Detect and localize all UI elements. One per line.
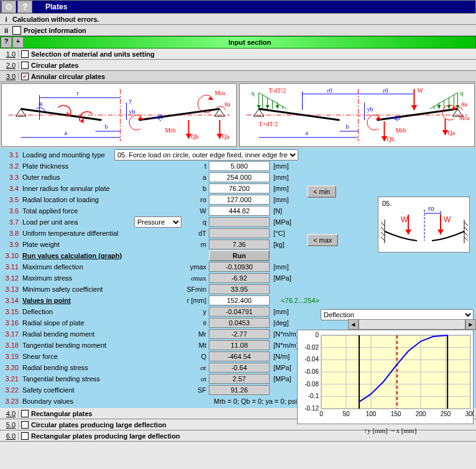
section-circular[interactable]: 2.0 Circular plates	[0, 60, 476, 71]
svg-line-90	[464, 237, 468, 241]
svg-text:θb: θb	[395, 114, 401, 121]
section-circular-checkbox[interactable]	[21, 62, 29, 69]
sfmin-value: 33.95	[209, 284, 270, 294]
svg-marker-18	[208, 96, 214, 100]
svg-text:150: 150	[391, 411, 401, 417]
svg-line-86	[381, 237, 385, 241]
mt-value: 11.08	[209, 340, 270, 350]
svg-text:Qa: Qa	[222, 133, 230, 140]
svg-text:-0.08: -0.08	[304, 381, 319, 388]
svg-text:q: q	[460, 90, 464, 96]
schematic-preview: 05. ro W W	[378, 197, 470, 253]
svg-text:θa: θa	[225, 101, 231, 108]
svg-text:T+dT/2: T+dT/2	[259, 121, 278, 128]
inner-radius-input[interactable]	[209, 183, 270, 193]
section-rect-checkbox[interactable]	[21, 410, 29, 417]
svg-text:-0.04: -0.04	[304, 356, 319, 363]
svg-line-88	[464, 227, 468, 231]
row-min-safety: 3.13 Minimum safety coefficient SFmin 33…	[1, 284, 475, 295]
svg-text:b: b	[346, 123, 349, 130]
status-text: Calculation without errors.	[12, 16, 99, 23]
svg-text:yb: yb	[367, 106, 373, 113]
row-outer-radius: 3.3 Outer radius a [mm]	[1, 172, 475, 183]
sigma-t-value: 2.57	[209, 374, 270, 384]
svg-text:Qb: Qb	[387, 136, 395, 142]
scroll-right-icon[interactable]: ►	[465, 319, 476, 330]
row-inner-radius: 3.4 Inner radius for annular plate b [mm…	[1, 183, 475, 194]
svg-text:Mra: Mra	[459, 114, 470, 121]
pressure-select[interactable]: Pressure	[134, 216, 181, 228]
svg-text:-0.02: -0.02	[304, 344, 319, 351]
section-rect-large-checkbox[interactable]	[21, 432, 29, 440]
radial-location-input[interactable]	[209, 195, 270, 205]
svg-line-85	[381, 232, 385, 236]
thickness-input[interactable]	[209, 161, 270, 171]
svg-text:θ: θ	[40, 101, 43, 108]
section-annular[interactable]: 3.0 ✔ Annular circular plates	[0, 71, 476, 82]
y-value: -0.04791	[209, 307, 270, 317]
weight-value: 7.36	[209, 239, 270, 249]
theta-value: 0.0453	[209, 318, 270, 328]
svg-text:0: 0	[319, 411, 323, 417]
min-button[interactable]: < min	[307, 185, 336, 198]
graph-scroll[interactable]: ◄ ►	[348, 319, 476, 330]
section-circ-large-checkbox[interactable]	[21, 421, 29, 429]
svg-text:W: W	[444, 215, 451, 224]
svg-text:r0: r0	[383, 87, 388, 94]
diagram-panels: r a b y yb θ θb θa Mra Mrb	[0, 82, 476, 148]
project-info-label: Project information	[24, 27, 86, 34]
svg-text:05.: 05.	[382, 200, 391, 207]
help-icon[interactable]: ?	[17, 1, 32, 13]
svg-text:-0.06: -0.06	[304, 368, 319, 375]
svg-text:Qa: Qa	[448, 129, 455, 136]
svg-text:yb: yb	[129, 108, 135, 115]
svg-text:b: b	[105, 123, 108, 130]
expand-button[interactable]: +	[12, 37, 24, 48]
svg-text:Mrb: Mrb	[396, 127, 406, 134]
mr-value: -2.77	[209, 329, 270, 339]
svg-marker-99	[437, 230, 444, 234]
svg-text:r0: r0	[327, 87, 332, 94]
row-max-stress: 3.12 Maximum stress σmax -6.92 [MPa]	[1, 272, 475, 284]
svg-text:r: r	[77, 90, 80, 96]
temp-diff-value	[209, 228, 270, 238]
outer-radius-input[interactable]	[209, 172, 270, 182]
svg-text:a: a	[306, 129, 309, 136]
diagram-left: r a b y yb θ θb θa Mra Mrb	[1, 83, 237, 147]
row-max-deflection: 3.11 Maximum deflection ymax -0.10930 [m…	[1, 261, 475, 272]
svg-text:W: W	[401, 215, 408, 224]
svg-text:100: 100	[366, 411, 377, 417]
smax-value: -6.92	[209, 273, 270, 283]
row-values-in-point: 3.14 Values in point r [mm] <76.2...254>	[1, 295, 475, 306]
app-icon[interactable]: ⚙	[1, 1, 16, 13]
svg-marker-28	[80, 118, 84, 123]
svg-text:a: a	[65, 129, 68, 136]
deflection-chart: 0501001502002503000-0.02-0.04-0.06-0.08-…	[297, 330, 474, 424]
loading-type-select[interactable]: 05. Force load on circle, outer edge fix…	[114, 149, 298, 160]
max-button[interactable]: < max	[307, 234, 338, 246]
scroll-left-icon[interactable]: ◄	[348, 319, 359, 330]
svg-line-84	[381, 227, 385, 231]
load-area-value	[209, 217, 270, 227]
svg-text:ro: ro	[428, 205, 434, 212]
svg-text:Qb: Qb	[191, 133, 199, 140]
svg-text:300: 300	[465, 411, 474, 417]
svg-text:-0.1: -0.1	[308, 392, 319, 399]
svg-line-83	[381, 222, 385, 226]
section-material-checkbox[interactable]	[21, 50, 29, 58]
svg-text:T-dT/2: T-dT/2	[269, 87, 286, 94]
svg-marker-71	[376, 116, 382, 120]
run-button[interactable]: Run	[209, 250, 270, 261]
svg-text:-0.12: -0.12	[304, 405, 319, 412]
svg-text:200: 200	[416, 411, 426, 417]
r-input[interactable]	[209, 295, 270, 305]
window-title: Plates	[33, 2, 67, 11]
project-info-checkbox[interactable]	[12, 26, 21, 35]
help-button[interactable]: ?	[1, 37, 12, 48]
svg-text:W: W	[418, 87, 424, 94]
total-force-input[interactable]	[209, 206, 270, 216]
svg-marker-49	[437, 105, 441, 109]
status-row: i Calculation without errors.	[0, 14, 476, 25]
section-material[interactable]: 1.0 Selection of material and units sett…	[0, 49, 476, 60]
section-annular-checkbox[interactable]: ✔	[21, 73, 29, 80]
